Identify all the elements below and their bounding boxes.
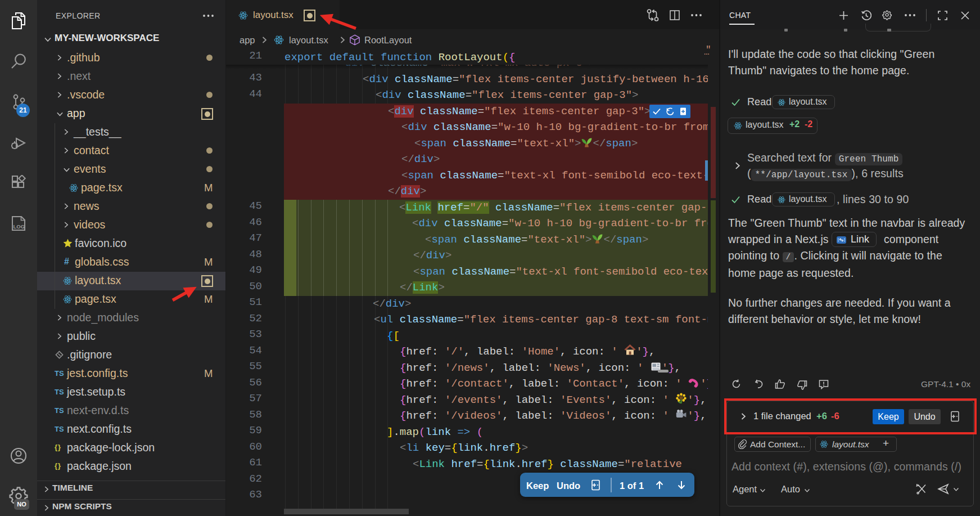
svg-text:LOG: LOG: [13, 223, 25, 230]
